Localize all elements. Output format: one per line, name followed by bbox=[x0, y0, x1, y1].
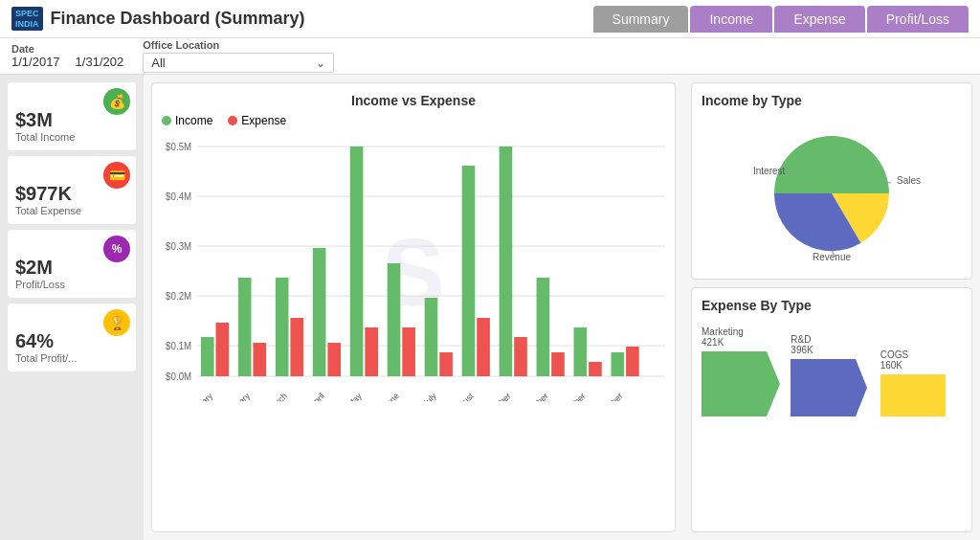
total-profit-pct-value: 64% bbox=[15, 330, 54, 352]
expense-legend-label: Expense bbox=[241, 114, 286, 127]
chevron-down-icon: ⌄ bbox=[316, 56, 325, 70]
logo-india: INDIA bbox=[15, 19, 39, 29]
profit-loss-label: Profit/Loss bbox=[15, 279, 65, 290]
income-icon: 💰 bbox=[103, 88, 130, 115]
svg-text:October: October bbox=[523, 391, 550, 401]
total-expense-label: Total Expense bbox=[15, 205, 81, 216]
svg-rect-33 bbox=[574, 327, 588, 376]
metrics-panel: 💰 $3M Total Income 💳 $977K Total Expense… bbox=[0, 75, 144, 540]
main-content: 💰 $3M Total Income 💳 $977K Total Expense… bbox=[0, 75, 980, 540]
income-by-type-title: Income by Type bbox=[702, 93, 962, 108]
office-label: Office Location bbox=[143, 39, 334, 51]
date-from: 1/1/2017 bbox=[11, 55, 60, 69]
app-title: Finance Dashboard (Summary) bbox=[51, 9, 305, 29]
svg-rect-36 bbox=[626, 347, 639, 376]
date-filter-group: Date 1/1/2017 1/31/202 bbox=[11, 43, 123, 69]
svg-rect-35 bbox=[612, 352, 625, 376]
header: SPEC INDIA Finance Dashboard (Summary) S… bbox=[0, 0, 980, 38]
filters-row: Date 1/1/2017 1/31/202 Office Location A… bbox=[0, 38, 980, 75]
svg-text:December: December bbox=[590, 391, 625, 401]
tab-expense[interactable]: Expense bbox=[774, 6, 864, 33]
rd-bar-arrow bbox=[856, 359, 867, 416]
svg-rect-22 bbox=[365, 327, 378, 376]
metric-total-income: 💰 $3M Total Income bbox=[8, 82, 136, 150]
office-value: All bbox=[151, 56, 165, 70]
svg-rect-17 bbox=[276, 278, 289, 376]
svg-rect-24 bbox=[402, 327, 415, 376]
income-vs-expense-chart: Income vs Expense Income Expense S $0.5M… bbox=[151, 82, 676, 532]
expense-by-type-title: Expense By Type bbox=[702, 298, 962, 313]
rd-value: 396K bbox=[791, 345, 813, 355]
cogs-bar bbox=[880, 374, 946, 416]
logo-area: SPEC INDIA Finance Dashboard (Summary) bbox=[11, 7, 305, 32]
svg-text:$0.4M: $0.4M bbox=[166, 191, 191, 202]
svg-text:$0.2M: $0.2M bbox=[166, 291, 191, 302]
date-to: 1/31/202 bbox=[76, 55, 124, 69]
income-by-type-card: Income by Type Sales Revenue Inte bbox=[691, 82, 972, 280]
chart-title: Income vs Expense bbox=[162, 93, 665, 108]
logo-spec: SPEC bbox=[15, 9, 39, 18]
center-panel: Income vs Expense Income Expense S $0.5M… bbox=[144, 75, 683, 540]
svg-rect-32 bbox=[551, 352, 565, 376]
right-panel: Income by Type Sales Revenue Inte bbox=[683, 75, 980, 540]
office-dropdown[interactable]: All ⌄ bbox=[143, 53, 334, 73]
marketing-bar bbox=[702, 351, 767, 416]
svg-text:$0.3M: $0.3M bbox=[166, 241, 191, 252]
svg-text:Sales: Sales bbox=[897, 175, 921, 186]
marketing-bar-arrow bbox=[767, 351, 780, 416]
tab-profitloss[interactable]: Profit/Loss bbox=[867, 6, 969, 33]
svg-rect-19 bbox=[313, 248, 326, 376]
svg-rect-31 bbox=[537, 278, 550, 376]
svg-text:May: May bbox=[345, 391, 364, 401]
rd-label: R&D bbox=[791, 334, 811, 345]
expense-legend: Expense bbox=[228, 114, 286, 127]
metric-total-expense: 💳 $977K Total Expense bbox=[8, 156, 136, 224]
tab-summary[interactable]: Summary bbox=[593, 6, 689, 33]
pie-chart-container: Sales Revenue Interest bbox=[702, 116, 962, 269]
svg-rect-27 bbox=[462, 166, 476, 376]
expense-by-type-card: Expense By Type Marketing 421K R&D 396K bbox=[691, 287, 972, 532]
svg-rect-14 bbox=[215, 323, 229, 376]
svg-rect-28 bbox=[477, 318, 490, 376]
svg-rect-25 bbox=[425, 298, 438, 376]
total-profit-pct-label: Total Profit/... bbox=[15, 352, 77, 364]
svg-text:August: August bbox=[450, 391, 476, 401]
total-income-value: $3M bbox=[15, 109, 53, 131]
svg-text:November: November bbox=[553, 391, 588, 401]
rd-bar-group: R&D 396K bbox=[791, 334, 872, 416]
profit-loss-value: $2M bbox=[15, 257, 53, 279]
svg-text:September: September bbox=[477, 391, 512, 401]
cogs-value: 160K bbox=[880, 360, 902, 371]
date-range: 1/1/2017 1/31/202 bbox=[11, 55, 123, 69]
svg-rect-26 bbox=[439, 352, 453, 376]
svg-rect-13 bbox=[201, 337, 214, 376]
total-expense-value: $977K bbox=[15, 183, 72, 205]
svg-text:June: June bbox=[381, 391, 400, 401]
chart-legend: Income Expense bbox=[162, 114, 665, 127]
svg-text:January: January bbox=[187, 391, 214, 401]
svg-text:February: February bbox=[221, 391, 252, 401]
pie-chart-svg: Sales Revenue Interest bbox=[736, 119, 927, 267]
cogs-label: COGS bbox=[880, 349, 908, 360]
income-legend: Income bbox=[162, 114, 212, 127]
svg-rect-30 bbox=[514, 337, 527, 376]
tab-income[interactable]: Income bbox=[690, 6, 772, 33]
total-income-label: Total Income bbox=[15, 131, 75, 143]
svg-rect-15 bbox=[238, 278, 252, 376]
svg-text:$0.1M: $0.1M bbox=[166, 341, 191, 351]
date-label: Date bbox=[11, 43, 123, 55]
svg-text:July: July bbox=[421, 391, 438, 401]
nav-tabs: Summary Income Expense Profit/Loss bbox=[593, 6, 969, 33]
profit-pct-icon: 🏆 bbox=[103, 309, 130, 336]
income-legend-label: Income bbox=[175, 114, 212, 127]
marketing-value: 421K bbox=[702, 337, 724, 348]
metric-profit-loss: % $2M Profit/Loss bbox=[8, 230, 136, 298]
cogs-bar-group: COGS 160K bbox=[880, 349, 962, 416]
svg-rect-29 bbox=[500, 146, 513, 376]
svg-rect-34 bbox=[589, 362, 602, 376]
bar-chart-svg: S $0.5M $0.4M $0.3M $0.2M $0.1M $0.0M bbox=[162, 133, 665, 401]
svg-rect-16 bbox=[253, 343, 266, 376]
office-filter-section: Office Location All ⌄ bbox=[143, 39, 334, 73]
expense-legend-dot bbox=[228, 116, 237, 125]
svg-text:$0.0M: $0.0M bbox=[166, 371, 191, 382]
